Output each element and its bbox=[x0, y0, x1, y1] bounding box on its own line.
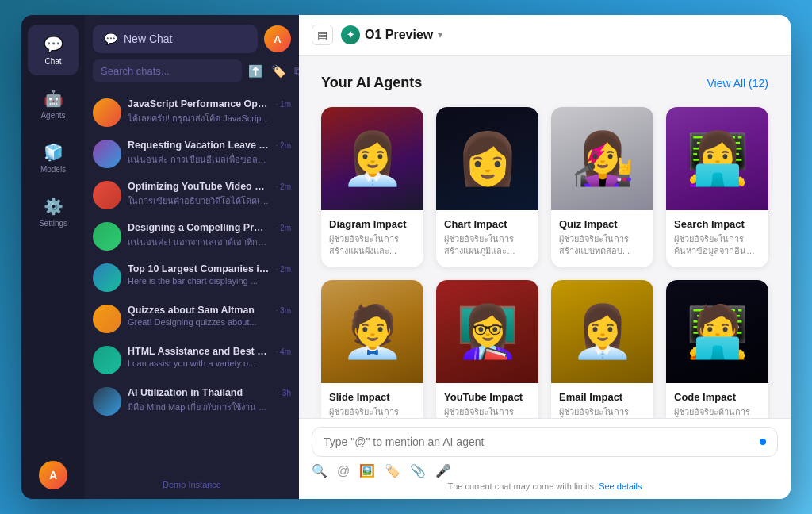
agent-name-chart: Chart Impact bbox=[444, 218, 530, 230]
new-chat-label: New Chat bbox=[124, 33, 172, 45]
sidebar-bottom: A bbox=[39, 461, 67, 489]
chat-preview: I can assist you with a variety o... bbox=[128, 359, 270, 368]
chat-list-item[interactable]: Designing a Compelling Produc... แน่นอนค… bbox=[85, 216, 299, 257]
chat-time: · 3m bbox=[276, 306, 291, 315]
bookmark-icon-btn[interactable]: 🏷️ bbox=[270, 63, 288, 80]
agents-title: Your AI Agents bbox=[321, 75, 422, 91]
mic-toolbar-icon[interactable]: 🎤 bbox=[435, 463, 451, 478]
agent-card-chart[interactable]: 👩 Chart Impact ผู้ช่วยอัจริยะในการสร้างแ… bbox=[436, 107, 538, 267]
chat-preview: Great! Designing quizzes about... bbox=[128, 317, 270, 327]
agents-area: Your AI Agents View All (12) 👩‍💼 Diagram… bbox=[299, 56, 791, 418]
agent-card-quiz[interactable]: 👩‍🎤 Quiz Impact ผู้ช่วยอัจริยะในการสร้าง… bbox=[551, 107, 653, 267]
new-chat-icon: 💬 bbox=[104, 33, 117, 45]
mention-toolbar-icon[interactable]: @ bbox=[337, 464, 350, 478]
send-indicator bbox=[760, 439, 766, 445]
agent-name-diagram: Diagram Impact bbox=[329, 218, 416, 230]
sidebar-settings-label: Settings bbox=[39, 219, 67, 228]
footer-status-text: The current chat may come with limits. bbox=[447, 481, 596, 491]
chat-content: JavaScript Performance Optimi... ได้เลยค… bbox=[128, 98, 270, 125]
agent-figure-chart: 👩 bbox=[436, 107, 538, 210]
agent-figure-search: 👩‍💻 bbox=[666, 107, 768, 210]
attach-toolbar-icon[interactable]: 📎 bbox=[410, 463, 426, 478]
chat-time: · 2m bbox=[276, 182, 291, 191]
agent-desc-search: ผู้ช่วยอัจริยะในการค้นหาข้อมูลจากอินเทอ.… bbox=[674, 233, 760, 258]
agent-figure-slide: 🧑‍💼 bbox=[321, 280, 423, 383]
agent-card-slide[interactable]: 🧑‍💼 Slide Impact ผู้ช่วยอัจริยะในการสร้า… bbox=[321, 280, 423, 418]
model-logo: ✦ bbox=[341, 25, 360, 44]
chat-content: Optimizing YouTube Video Des... ในการเขี… bbox=[128, 181, 270, 208]
search-input[interactable] bbox=[93, 59, 242, 82]
chat-list-item[interactable]: Optimizing YouTube Video Des... ในการเขี… bbox=[85, 175, 299, 216]
agent-card-email[interactable]: 👩‍💼 Email Impact ผู้ช่วยอัจริยะในการเขีย… bbox=[551, 280, 653, 418]
chat-avatar bbox=[93, 140, 121, 168]
chat-avatar bbox=[93, 98, 121, 127]
search-bar: ⬆️ 🏷️ ⧉ bbox=[85, 59, 299, 89]
agent-info-slide: Slide Impact ผู้ช่วยอัจริยะในการสร้างพรี… bbox=[321, 383, 423, 418]
sidebar-item-chat[interactable]: 💬 Chat bbox=[28, 25, 79, 75]
chat-list-item[interactable]: Requesting Vacation Leave Em... แน่นอนค่… bbox=[85, 133, 299, 175]
agent-figure-code: 🧑‍💻 bbox=[666, 280, 768, 383]
chat-panel-header: 💬 New Chat A bbox=[85, 15, 299, 59]
chat-title: AI Utilization in Thailand bbox=[128, 387, 271, 398]
chat-list-item[interactable]: JavaScript Performance Optimi... ได้เลยค… bbox=[85, 92, 299, 133]
agent-card-youtube[interactable]: 👩‍🏫 YouTube Impact ผู้ช่วยอัจริยะในการเข… bbox=[436, 280, 538, 418]
chat-time: · 4m bbox=[276, 347, 291, 356]
image-toolbar-icon[interactable]: 🖼️ bbox=[359, 463, 375, 478]
chat-preview: ได้เลยครับ! กรุณาส่งโค้ด JavaScrip... bbox=[128, 111, 270, 125]
agent-card-diagram[interactable]: 👩‍💼 Diagram Impact ผู้ช่วยอัจริยะในการสร… bbox=[321, 107, 423, 267]
agent-figure-email: 👩‍💼 bbox=[551, 280, 653, 383]
model-selector[interactable]: ✦ O1 Preview ▾ bbox=[341, 25, 442, 44]
chat-panel: 💬 New Chat A ⬆️ 🏷️ ⧉ JavaScript Performa… bbox=[85, 15, 299, 499]
view-all-link[interactable]: View All (12) bbox=[707, 77, 768, 90]
header-user-avatar[interactable]: A bbox=[264, 25, 291, 52]
chat-list-item[interactable]: Top 10 Largest Companies in th... Here i… bbox=[85, 257, 299, 298]
demo-instance-label: Demo Instance bbox=[163, 480, 221, 489]
chat-time: · 2m bbox=[276, 265, 291, 274]
chat-list-item[interactable]: Quizzes about Sam Altman Great! Designin… bbox=[85, 298, 299, 339]
agent-name-search: Search Impact bbox=[674, 218, 760, 230]
chat-list-item[interactable]: AI Utilization in Thailand มีคือ Mind Ma… bbox=[85, 381, 299, 422]
agent-info-diagram: Diagram Impact ผู้ช่วยอัจริยะในการสร้างแ… bbox=[321, 210, 423, 267]
user-avatar[interactable]: A bbox=[39, 461, 67, 489]
chat-time: · 2m bbox=[276, 141, 291, 150]
chat-avatar bbox=[93, 263, 121, 292]
agent-card-search[interactable]: 👩‍💻 Search Impact ผู้ช่วยอัจริยะในการค้น… bbox=[666, 107, 768, 267]
sidebar-item-agents[interactable]: 🤖 Agents bbox=[28, 79, 79, 129]
chat-title: JavaScript Performance Optimi... bbox=[128, 98, 270, 109]
chat-preview: Here is the bar chart displaying ... bbox=[128, 276, 270, 286]
sidebar-item-settings[interactable]: ⚙️ Settings bbox=[28, 186, 79, 237]
sidebar-chat-label: Chat bbox=[44, 57, 61, 66]
settings-icon: ⚙️ bbox=[44, 197, 63, 216]
input-toolbar: 🔍 @ 🖼️ 🏷️ 📎 🎤 bbox=[312, 463, 778, 478]
agent-name-slide: Slide Impact bbox=[329, 391, 416, 403]
new-chat-button[interactable]: 💬 New Chat bbox=[93, 25, 258, 53]
main-header: ▤ ✦ O1 Preview ▾ bbox=[299, 15, 791, 56]
chat-list-item[interactable]: HTML Assistance and Best Pra... I can as… bbox=[85, 339, 299, 381]
agent-desc-chart: ผู้ช่วยอัจริยะในการสร้างแผนภูมิและกราฟ..… bbox=[444, 233, 530, 258]
agent-desc-diagram: ผู้ช่วยอัจริยะในการสร้างแผนผังและ... bbox=[329, 233, 416, 258]
footer-status-link[interactable]: See details bbox=[599, 481, 642, 491]
tag-toolbar-icon[interactable]: 🏷️ bbox=[385, 463, 400, 478]
chat-content: AI Utilization in Thailand มีคือ Mind Ma… bbox=[128, 387, 271, 414]
chevron-down-icon: ▾ bbox=[438, 29, 442, 40]
chat-content: Quizzes about Sam Altman Great! Designin… bbox=[128, 305, 270, 327]
main-footer: 🔍 @ 🖼️ 🏷️ 📎 🎤 The current chat may come … bbox=[299, 418, 791, 499]
agent-card-code[interactable]: 🧑‍💻 Code Impact ผู้ช่วยอัจริยะด้านการเขี… bbox=[666, 280, 768, 418]
upload-icon-btn[interactable]: ⬆️ bbox=[247, 63, 265, 80]
search-toolbar-icon[interactable]: 🔍 bbox=[312, 463, 327, 478]
chat-time: · 1m bbox=[276, 100, 291, 109]
chat-input[interactable] bbox=[324, 435, 760, 448]
sidebar-item-models[interactable]: 🧊 Models bbox=[28, 132, 79, 183]
chat-content: Top 10 Largest Companies in th... Here i… bbox=[128, 263, 270, 286]
agent-desc-youtube: ผู้ช่วยอัจริยะในการเขียนเนื้อหาสำหรับ... bbox=[444, 406, 530, 418]
agent-desc-email: ผู้ช่วยอัจริยะในการเขียนอีเมล ช่วยคุณสร้… bbox=[559, 406, 645, 418]
main-content: ▤ ✦ O1 Preview ▾ Your AI Agents View All… bbox=[299, 15, 791, 499]
sidebar-toggle-button[interactable]: ▤ bbox=[312, 25, 333, 45]
chat-time: · 2m bbox=[276, 224, 291, 232]
models-icon: 🧊 bbox=[44, 143, 63, 162]
input-area bbox=[312, 427, 778, 457]
chat-title: Designing a Compelling Produc... bbox=[128, 222, 270, 233]
app-container: 💬 Chat 🤖 Agents 🧊 Models ⚙️ Settings A 💬… bbox=[21, 15, 791, 499]
chat-preview: แน่นอนค่ะ การเขียนอีเมลเพื่อขอลาพ... bbox=[128, 152, 270, 167]
search-actions: ⬆️ 🏷️ ⧉ bbox=[247, 63, 304, 80]
